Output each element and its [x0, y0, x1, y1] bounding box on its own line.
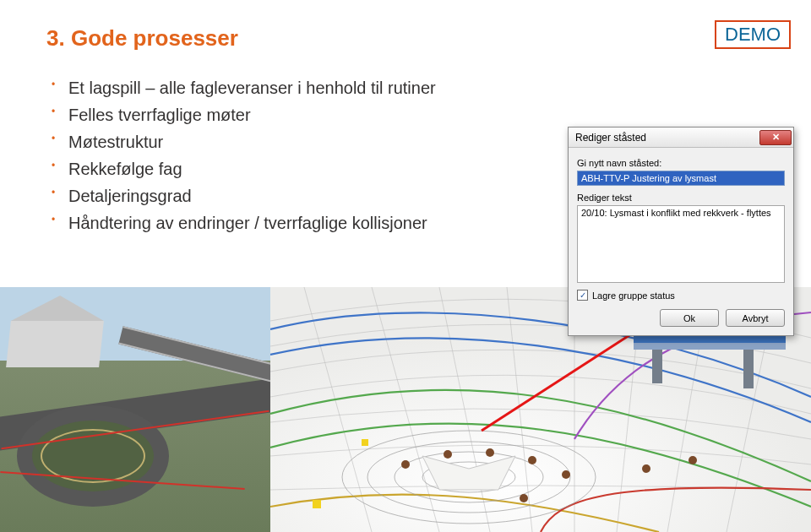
- name-label: Gi nytt navn ståsted:: [577, 158, 785, 168]
- demo-badge: DEMO: [715, 20, 791, 49]
- svg-rect-16: [652, 350, 662, 383]
- text-label: Rediger tekst: [577, 193, 785, 203]
- svg-point-6: [401, 460, 410, 469]
- svg-rect-18: [313, 500, 321, 508]
- viewpoint-text-input[interactable]: [577, 205, 785, 283]
- cancel-button[interactable]: Avbryt: [726, 309, 785, 327]
- dialog-button-row: Ok Avbryt: [577, 309, 785, 327]
- ok-button[interactable]: Ok: [660, 309, 719, 327]
- svg-point-12: [642, 464, 650, 473]
- viewpoint-name-input[interactable]: [577, 171, 785, 186]
- slide: 3. Gode prosesser DEMO Et lagspill – all…: [0, 0, 811, 532]
- svg-point-11: [520, 494, 528, 502]
- svg-point-10: [562, 470, 570, 479]
- save-group-status-checkbox[interactable]: ✓ Lagre gruppe status: [577, 290, 785, 301]
- ramp-shape: [118, 326, 270, 385]
- dialog-title: Rediger ståsted: [575, 132, 646, 144]
- svg-rect-15: [634, 343, 786, 350]
- close-icon[interactable]: ✕: [759, 130, 792, 145]
- building-shape: [6, 321, 104, 367]
- render-3d-view: [0, 287, 270, 532]
- dialog-body: Gi nytt navn ståsted: Rediger tekst ✓ La…: [569, 148, 793, 335]
- bullet-item: Felles tverrfaglige møter: [50, 102, 777, 128]
- slide-title: 3. Gode prosesser: [46, 25, 777, 52]
- svg-point-8: [486, 448, 494, 457]
- dialog-titlebar[interactable]: Rediger ståsted ✕: [569, 128, 793, 148]
- svg-rect-17: [743, 350, 754, 388]
- svg-point-13: [689, 456, 697, 464]
- svg-rect-19: [362, 439, 368, 446]
- checkbox-icon: ✓: [577, 290, 588, 301]
- svg-point-9: [528, 456, 536, 464]
- checkbox-label: Lagre gruppe status: [592, 290, 675, 301]
- bullet-item: Et lagspill – alle fagleveranser i henho…: [50, 75, 777, 100]
- roundabout-shape: [17, 405, 169, 507]
- edit-viewpoint-dialog: Rediger ståsted ✕ Gi nytt navn ståsted: …: [568, 127, 794, 336]
- svg-point-7: [444, 450, 452, 459]
